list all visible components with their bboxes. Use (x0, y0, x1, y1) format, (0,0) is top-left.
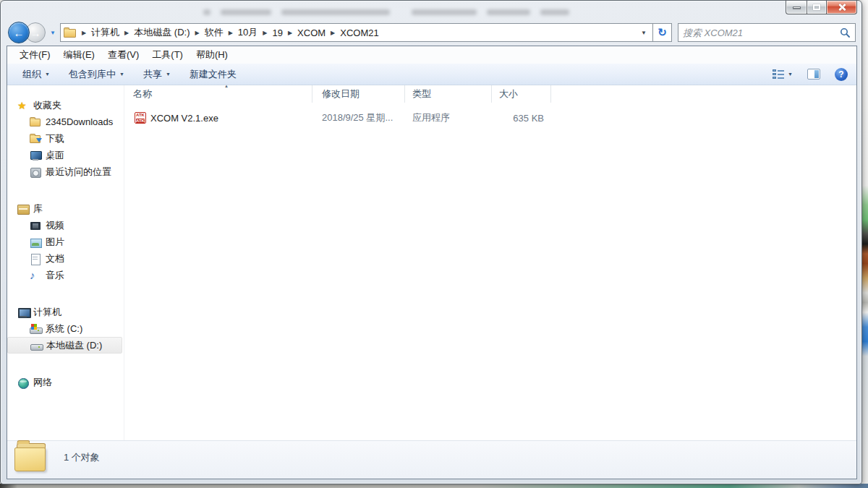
breadcrumb[interactable]: ▶ 计算机 ▶ 本地磁盘 (D:) ▶ 软件 ▶ 10月 ▶ 19 ▶ XCOM… (60, 23, 653, 42)
breadcrumb-item-xcom21[interactable]: XCOM21 (340, 27, 378, 38)
crumb-separator-icon: ▶ (263, 30, 267, 36)
back-button[interactable]: ← (8, 22, 30, 43)
crumb-separator-icon: ▶ (288, 30, 292, 36)
sidebar-section-libraries[interactable]: 库 (7, 200, 124, 217)
new-folder-button[interactable]: 新建文件夹 (183, 66, 243, 83)
share-label: 共享 (143, 68, 162, 81)
file-size-cell: 635 KB (492, 113, 551, 124)
file-name: XCOM V2.1.exe (150, 113, 218, 124)
favorites-label: 收藏夹 (33, 99, 61, 112)
breadcrumb-item-local-disk-d[interactable]: 本地磁盘 (D:) (134, 26, 190, 39)
include-in-library-button[interactable]: 包含到库中 ▼ (62, 66, 131, 83)
column-header-type[interactable]: 类型 (405, 85, 492, 103)
item-label: 最近访问的位置 (46, 166, 111, 179)
recent-pages-dropdown[interactable]: ▼ (50, 30, 56, 36)
back-arrow-icon: ← (14, 27, 25, 39)
file-date-cell: 2018/9/25 星期... (312, 111, 405, 124)
maximize-button[interactable] (807, 1, 826, 14)
maximize-icon (813, 4, 820, 10)
crumb-separator-icon: ▶ (331, 30, 335, 36)
music-icon: ♪ (30, 270, 41, 281)
chevron-down-icon: ▼ (45, 72, 50, 77)
column-header-date-modified[interactable]: 修改日期 (312, 85, 405, 103)
menu-file[interactable]: 文件(F) (13, 46, 57, 64)
menu-tools[interactable]: 工具(T) (145, 46, 190, 64)
file-name-cell: ATKATK XCOM V2.1.exe (124, 112, 312, 124)
folder-icon (30, 116, 41, 128)
crumb-separator-icon: ▶ (229, 30, 233, 36)
change-view-icon[interactable] (773, 69, 784, 80)
close-button[interactable] (826, 1, 857, 14)
documents-icon (30, 253, 41, 265)
sidebar-item-local-disk-d[interactable]: 本地磁盘 (D:) (7, 337, 122, 354)
column-header-size[interactable]: 大小 (492, 85, 551, 103)
star-icon: ★ (17, 100, 29, 111)
downloads-folder-icon (30, 133, 41, 145)
menu-help[interactable]: 帮助(H) (190, 46, 234, 64)
breadcrumb-item-october[interactable]: 10月 (238, 26, 258, 39)
local-disk-icon (30, 340, 42, 351)
view-controls: ▼ ? (773, 68, 848, 81)
column-headers: 名称 ▲ 修改日期 类型 大小 (124, 85, 856, 103)
minimize-button[interactable] (786, 1, 807, 14)
organize-button[interactable]: 组织 ▼ (16, 66, 56, 83)
search-input[interactable] (678, 27, 840, 38)
address-bar: ← → ▼ ▶ 计算机 ▶ 本地磁盘 (D:) ▶ 软件 ▶ 10月 ▶ 19 … (8, 22, 856, 43)
sidebar-section-favorites[interactable]: ★ 收藏夹 (7, 97, 124, 114)
sidebar-item-downloads[interactable]: 下载 (7, 130, 124, 147)
close-icon (838, 4, 846, 11)
item-label: 系统 (C:) (46, 322, 82, 335)
crumb-separator-icon: ▶ (82, 30, 86, 36)
sidebar-section-network[interactable]: 网络 (7, 374, 124, 390)
sidebar-item-documents[interactable]: 文档 (7, 250, 124, 267)
desktop-icon (30, 150, 41, 161)
breadcrumb-item-software[interactable]: 软件 (205, 26, 224, 39)
item-label: 下载 (46, 132, 64, 145)
file-list: 名称 ▲ 修改日期 类型 大小 ATKATK (124, 85, 856, 440)
system-drive-icon (30, 323, 41, 335)
sidebar-item-desktop[interactable]: 桌面 (7, 147, 124, 163)
breadcrumb-item-computer[interactable]: 计算机 (91, 26, 119, 39)
sidebar-section-computer[interactable]: 计算机 (7, 304, 124, 320)
column-label: 修改日期 (322, 87, 359, 100)
sidebar-item-videos[interactable]: 视频 (7, 217, 124, 234)
breadcrumb-item-19[interactable]: 19 (272, 27, 282, 38)
share-button[interactable]: 共享 ▼ (137, 66, 177, 83)
sidebar-item-music[interactable]: ♪ 音乐 (7, 267, 124, 283)
computer-icon (17, 307, 29, 318)
file-type-cell: 应用程序 (405, 111, 492, 124)
help-icon[interactable]: ? (835, 68, 848, 81)
computer-label: 计算机 (33, 306, 61, 319)
organize-label: 组织 (22, 68, 41, 81)
address-dropdown-icon[interactable]: ▼ (638, 30, 650, 36)
column-label: 类型 (412, 87, 431, 100)
help-glyph: ? (838, 69, 843, 80)
menu-edit[interactable]: 编辑(E) (57, 46, 101, 64)
include-in-library-label: 包含到库中 (69, 68, 116, 81)
network-icon (17, 377, 29, 388)
crumb-separator-icon: ▶ (195, 30, 200, 36)
sidebar-item-system-c[interactable]: 系统 (C:) (7, 320, 124, 337)
breadcrumb-item-xcom[interactable]: XCOM (297, 27, 326, 38)
preview-pane-icon[interactable] (807, 69, 820, 80)
refresh-button[interactable]: ↻ (653, 23, 672, 42)
chevron-down-icon: ▼ (119, 72, 124, 77)
atk-exe-icon: ATKATK (135, 112, 146, 124)
file-row-xcom-exe[interactable]: ATKATK XCOM V2.1.exe 2018/9/25 星期... 应用程… (124, 110, 856, 126)
videos-icon (30, 220, 41, 231)
column-header-name[interactable]: 名称 ▲ (124, 85, 312, 103)
window-controls (786, 1, 857, 14)
search-icon (840, 27, 850, 38)
sidebar-item-recent-places[interactable]: 最近访问的位置 (7, 163, 124, 180)
libraries-label: 库 (33, 202, 43, 215)
views-dropdown-icon[interactable]: ▼ (788, 72, 793, 77)
folder-icon (64, 27, 77, 38)
menu-view[interactable]: 查看(V) (101, 46, 145, 64)
item-label: 桌面 (46, 149, 64, 162)
chevron-down-icon: ▼ (166, 72, 171, 77)
pictures-icon (30, 236, 41, 248)
sidebar-item-2345downloads[interactable]: 2345Downloads (7, 114, 124, 130)
sidebar-item-pictures[interactable]: 图片 (7, 234, 124, 250)
column-label: 名称 (133, 87, 152, 100)
minimize-icon (793, 7, 801, 9)
